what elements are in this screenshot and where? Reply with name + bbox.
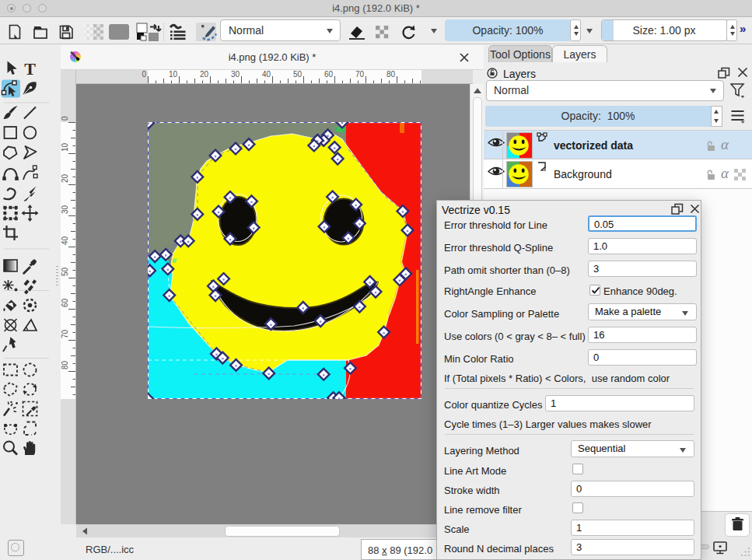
svg-text:70: 70 [355,70,365,79]
svg-text:0: 0 [142,70,146,79]
svg-text:10: 10 [61,142,69,152]
svg-text:50: 50 [61,267,69,276]
svg-text:60: 60 [61,298,69,307]
svg-text:30: 30 [61,205,69,214]
svg-text:20: 20 [61,173,69,183]
svg-text:20: 20 [200,70,209,79]
svg-text:T: T [24,59,36,79]
svg-text:70: 70 [61,329,69,338]
svg-text:40: 40 [61,236,69,245]
svg-text:30: 30 [231,70,240,79]
svg-text:50: 50 [293,70,303,79]
svg-text:40: 40 [262,70,271,79]
svg-text:10: 10 [169,70,178,79]
svg-text:0: 0 [61,116,69,121]
svg-text:60: 60 [324,70,334,79]
svg-text:80: 80 [386,70,396,79]
svg-text:80: 80 [61,360,69,369]
